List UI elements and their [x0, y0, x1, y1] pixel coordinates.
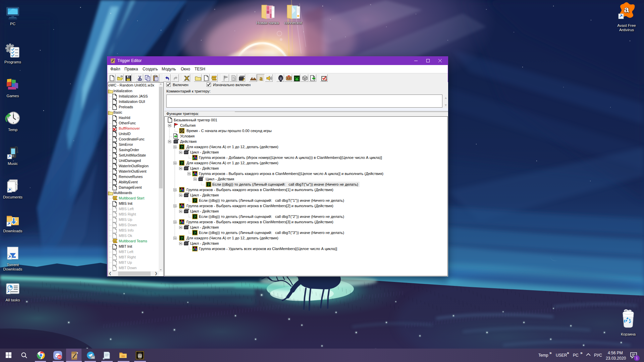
- svg-text:a: a: [260, 75, 263, 82]
- svg-text:9+: 9+: [58, 356, 61, 359]
- svg-text:a: a: [624, 4, 629, 14]
- svg-text:.aa: .aa: [91, 356, 95, 359]
